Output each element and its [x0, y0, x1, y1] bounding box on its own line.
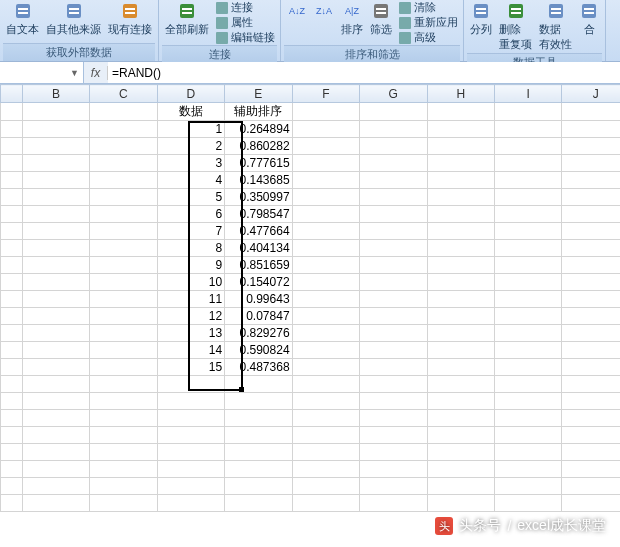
cell[interactable]: [90, 155, 157, 172]
cell[interactable]: [22, 155, 89, 172]
cell[interactable]: 0.851659: [225, 257, 292, 274]
cell[interactable]: [427, 410, 494, 427]
cell[interactable]: 0.154072: [225, 274, 292, 291]
cell[interactable]: [360, 359, 427, 376]
cell[interactable]: [494, 121, 561, 138]
formula-input[interactable]: =RAND(): [108, 62, 620, 83]
cell[interactable]: [360, 495, 427, 512]
cell[interactable]: [22, 461, 89, 478]
cell[interactable]: [494, 240, 561, 257]
cell[interactable]: [562, 342, 620, 359]
cell[interactable]: [90, 223, 157, 240]
cell[interactable]: [494, 257, 561, 274]
cell[interactable]: [90, 206, 157, 223]
cell[interactable]: [562, 257, 620, 274]
cell[interactable]: [562, 240, 620, 257]
cell[interactable]: [427, 308, 494, 325]
cell[interactable]: [292, 308, 359, 325]
cell[interactable]: [427, 206, 494, 223]
cell[interactable]: [90, 461, 157, 478]
cell[interactable]: [292, 393, 359, 410]
cell[interactable]: [562, 495, 620, 512]
cell[interactable]: [90, 308, 157, 325]
cell[interactable]: [90, 172, 157, 189]
cell[interactable]: [22, 359, 89, 376]
cell[interactable]: 7: [157, 223, 224, 240]
cell[interactable]: [494, 172, 561, 189]
cell[interactable]: [225, 410, 292, 427]
cell[interactable]: [90, 291, 157, 308]
cell[interactable]: [427, 138, 494, 155]
cell[interactable]: 0.487368: [225, 359, 292, 376]
cell[interactable]: [22, 240, 89, 257]
cell[interactable]: [427, 376, 494, 393]
filter-button[interactable]: 筛选: [367, 0, 395, 38]
cell[interactable]: [90, 478, 157, 495]
cell[interactable]: [427, 461, 494, 478]
cell[interactable]: [22, 172, 89, 189]
cell[interactable]: [22, 206, 89, 223]
cell[interactable]: [427, 393, 494, 410]
cell[interactable]: [292, 359, 359, 376]
cell[interactable]: [225, 461, 292, 478]
cell[interactable]: [292, 138, 359, 155]
cell[interactable]: [90, 410, 157, 427]
name-box[interactable]: ▼: [0, 62, 84, 83]
cell[interactable]: 0.264894: [225, 121, 292, 138]
cell[interactable]: [360, 240, 427, 257]
cell[interactable]: [225, 376, 292, 393]
cell[interactable]: [22, 393, 89, 410]
cell[interactable]: [292, 478, 359, 495]
cell[interactable]: [427, 103, 494, 121]
cell[interactable]: [157, 410, 224, 427]
cell[interactable]: [427, 223, 494, 240]
sort-desc-button[interactable]: Z↓A: [311, 0, 337, 23]
cell[interactable]: [90, 376, 157, 393]
cell[interactable]: 0.590824: [225, 342, 292, 359]
cell[interactable]: [494, 342, 561, 359]
cell[interactable]: [562, 291, 620, 308]
remove-dup-button[interactable]: 删除 重复项: [496, 0, 535, 53]
cell[interactable]: [494, 495, 561, 512]
cell[interactable]: [562, 393, 620, 410]
cell[interactable]: [360, 393, 427, 410]
cell[interactable]: [22, 103, 89, 121]
cell[interactable]: [494, 444, 561, 461]
cell[interactable]: [360, 223, 427, 240]
cell[interactable]: [22, 376, 89, 393]
cell[interactable]: [494, 325, 561, 342]
cell[interactable]: [360, 410, 427, 427]
existing-conn-button[interactable]: 现有连接: [105, 0, 155, 38]
cell[interactable]: 辅助排序: [225, 103, 292, 121]
cell[interactable]: [292, 274, 359, 291]
cell[interactable]: 8: [157, 240, 224, 257]
cell[interactable]: [427, 495, 494, 512]
cell[interactable]: 11: [157, 291, 224, 308]
cell[interactable]: [292, 427, 359, 444]
cell[interactable]: [562, 376, 620, 393]
cell[interactable]: [22, 257, 89, 274]
col-header-E[interactable]: E: [225, 85, 292, 103]
cell[interactable]: 0.860282: [225, 138, 292, 155]
cell[interactable]: [494, 427, 561, 444]
cell[interactable]: [562, 172, 620, 189]
cell[interactable]: [90, 393, 157, 410]
cell[interactable]: [494, 393, 561, 410]
cell[interactable]: [427, 291, 494, 308]
cell[interactable]: [494, 274, 561, 291]
cell[interactable]: [360, 325, 427, 342]
cell[interactable]: 0.829276: [225, 325, 292, 342]
cell[interactable]: [292, 103, 359, 121]
cell[interactable]: [90, 359, 157, 376]
cell[interactable]: [22, 478, 89, 495]
cell[interactable]: 15: [157, 359, 224, 376]
cell[interactable]: [427, 172, 494, 189]
advanced-button[interactable]: 高级: [396, 30, 460, 45]
cell[interactable]: [292, 495, 359, 512]
cell[interactable]: [360, 342, 427, 359]
cell[interactable]: [157, 478, 224, 495]
col-header-J[interactable]: J: [562, 85, 620, 103]
cell[interactable]: [562, 308, 620, 325]
cell[interactable]: [292, 257, 359, 274]
cell[interactable]: [292, 189, 359, 206]
